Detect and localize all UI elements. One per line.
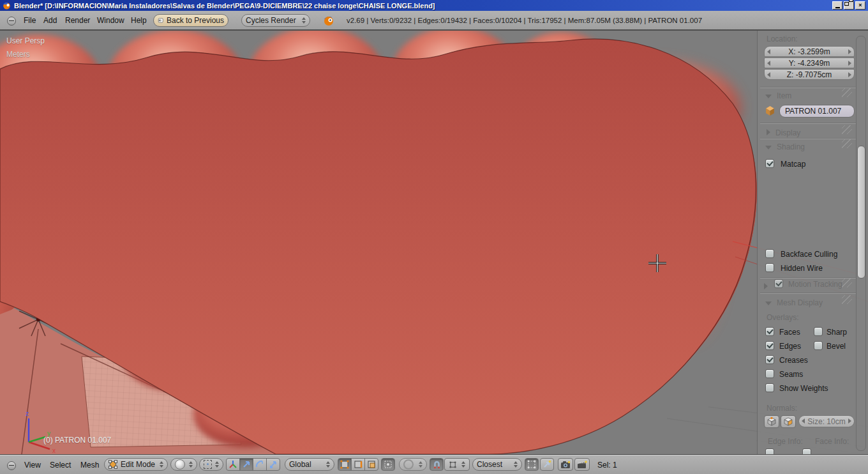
align-rotation-icon <box>542 460 551 469</box>
opengl-render-anim-button[interactable] <box>574 458 590 471</box>
motion-tracking-label: Motion Tracking <box>788 280 842 289</box>
camera-icon <box>560 461 571 469</box>
overlay-bevel-checkbox[interactable] <box>814 341 823 350</box>
face-info-label: Face Info: <box>815 437 849 446</box>
overlays-label: Overlays: <box>767 313 799 322</box>
manipulator-toggle[interactable] <box>226 458 240 471</box>
face-select-mode-button[interactable] <box>364 458 378 471</box>
sidebar-scrollbar-thumb[interactable] <box>857 146 865 279</box>
translate-manipulator-button[interactable] <box>239 458 253 471</box>
footer-collapse-icon[interactable] <box>7 461 16 470</box>
display-panel-header[interactable]: Display <box>767 126 800 138</box>
vertex-normals-toggle[interactable] <box>764 415 779 428</box>
overlay-seams-checkbox[interactable] <box>765 369 774 378</box>
display-header-label: Display <box>775 128 800 137</box>
manipulator-axes-icon <box>228 460 237 469</box>
menu-select[interactable]: Select <box>50 461 71 470</box>
render-engine-value: Cycles Render <box>246 16 296 25</box>
panel-drag-corner[interactable] <box>842 125 852 134</box>
shading-panel-header[interactable]: Shading <box>765 141 805 152</box>
edge-select-mode-button[interactable] <box>351 458 365 471</box>
location-y-field[interactable]: Y: -4.2349m <box>764 57 855 68</box>
magnet-icon <box>433 461 441 469</box>
viewport-3d[interactable]: z x y <box>0 31 868 454</box>
location-x-field[interactable]: X: -3.2599m <box>764 46 855 57</box>
back-to-previous-button[interactable]: Back to Previous <box>153 14 228 27</box>
title-bar: Blender* [D:\INFORMACION\Maria Instalado… <box>0 0 868 11</box>
menu-mesh[interactable]: Mesh <box>80 461 99 470</box>
menu-help[interactable]: Help <box>131 16 147 25</box>
menu-render[interactable]: Render <box>65 16 90 25</box>
hidden-wire-checkbox[interactable] <box>765 263 774 272</box>
face-info-checkbox[interactable] <box>802 448 811 454</box>
backface-culling-checkbox[interactable] <box>765 249 774 258</box>
viewport-shading-select[interactable] <box>170 458 197 471</box>
overlay-seams-label: Seams <box>779 370 803 379</box>
matcap-label: Matcap <box>781 160 805 169</box>
limit-selection-visible-button[interactable] <box>381 458 395 471</box>
overlay-sharp-checkbox[interactable] <box>814 327 823 336</box>
overlay-bevel-label: Bevel <box>827 342 846 351</box>
mesh-display-header-label: Mesh Display <box>777 298 823 307</box>
mesh-data-icon <box>765 105 775 116</box>
panel-drag-corner[interactable] <box>842 139 852 148</box>
units-label: Meters <box>6 50 30 59</box>
overlay-faces-checkbox[interactable] <box>765 327 774 336</box>
mesh-display-panel-header[interactable]: Mesh Display <box>765 296 823 308</box>
view-name-label: User Persp <box>6 36 45 45</box>
mode-select[interactable]: Edit Mode <box>104 458 168 471</box>
panel-drag-corner[interactable] <box>842 295 852 304</box>
vertex-select-icon <box>340 460 349 469</box>
active-object-label: (0) PATRON 01.007 <box>43 436 111 445</box>
transform-orientation-select[interactable]: Global <box>285 458 334 471</box>
matcap-checkbox[interactable] <box>765 159 774 168</box>
properties-sidebar: Location: X: -3.2599m Y: -4.2349m Z: -9.… <box>757 31 868 454</box>
item-header-label: Item <box>777 91 791 100</box>
item-panel-header[interactable]: Item <box>765 89 791 101</box>
orientation-value: Global <box>289 460 311 469</box>
header-collapse-icon[interactable] <box>7 17 16 26</box>
snap-toggle-button[interactable] <box>430 458 444 471</box>
motion-tracking-panel-header[interactable] <box>764 280 768 292</box>
scale-manipulator-button[interactable] <box>266 458 280 471</box>
close-button[interactable]: × <box>855 1 865 10</box>
overlay-creases-label: Creases <box>779 356 808 365</box>
snap-self-button[interactable] <box>525 458 539 471</box>
rotate-arc-icon <box>255 460 264 469</box>
face-normals-toggle[interactable] <box>781 415 796 428</box>
pivot-point-select[interactable] <box>199 458 223 471</box>
vertex-select-mode-button[interactable] <box>338 458 352 471</box>
edge-info-checkbox[interactable] <box>765 448 774 454</box>
object-name-field[interactable]: PATRON 01.007 <box>779 105 855 118</box>
window-title: Blender* [D:\INFORMACION\Maria Instalado… <box>14 2 435 10</box>
menu-window[interactable]: Window <box>97 16 124 25</box>
menu-file[interactable]: File <box>24 16 36 25</box>
normals-label: Normals: <box>767 404 797 413</box>
snap-target-select[interactable]: Closest <box>472 458 522 471</box>
overlay-show-weights-checkbox[interactable] <box>765 383 774 392</box>
location-z-field[interactable]: Z: -9.7075cm <box>764 69 855 80</box>
overlay-show-weights-label: Show Weights <box>779 384 828 393</box>
menu-view[interactable]: View <box>24 461 41 470</box>
occlude-geometry-icon <box>384 460 393 469</box>
blender-logo-icon <box>323 15 334 26</box>
snap-self-icon <box>527 460 536 469</box>
edge-info-label: Edge Info: <box>768 437 803 446</box>
opengl-render-button[interactable] <box>558 458 573 471</box>
overlay-sharp-label: Sharp <box>827 328 847 337</box>
minimize-button[interactable] <box>832 1 842 10</box>
overlay-creases-checkbox[interactable] <box>765 355 774 364</box>
rotate-manipulator-button[interactable] <box>253 458 267 471</box>
render-engine-select[interactable]: Cycles Render <box>241 14 310 27</box>
overlay-edges-checkbox[interactable] <box>765 341 774 350</box>
snap-element-select[interactable] <box>444 458 470 471</box>
panel-drag-corner[interactable] <box>842 88 852 97</box>
normals-size-field[interactable]: Size: 10cm <box>798 415 855 427</box>
panel-drag-corner[interactable] <box>842 279 852 287</box>
snap-align-rotation-button[interactable] <box>540 458 554 471</box>
proportional-edit-select[interactable] <box>399 458 427 471</box>
motion-tracking-checkbox[interactable] <box>774 279 783 288</box>
menu-add[interactable]: Add <box>43 16 57 25</box>
hidden-wire-label: Hidden Wire <box>781 264 823 273</box>
restore-button[interactable] <box>844 1 854 10</box>
